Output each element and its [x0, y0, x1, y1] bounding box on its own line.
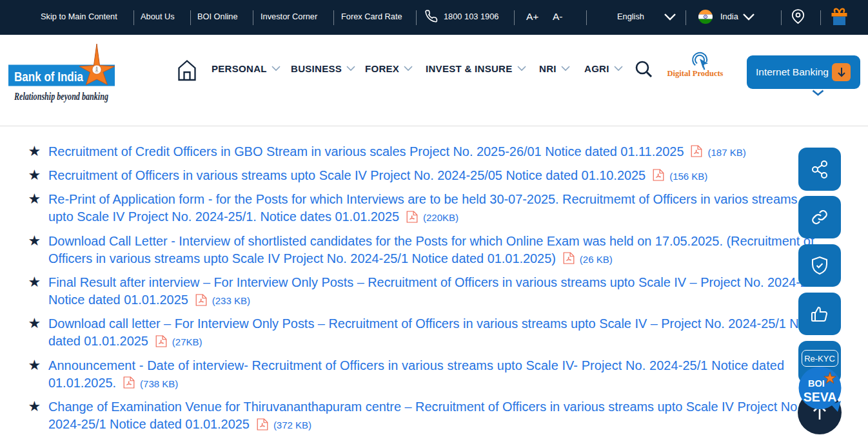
svg-text:BOI: BOI	[808, 378, 825, 389]
svg-text:SEVA: SEVA	[804, 390, 837, 404]
svg-text:Bank of India: Bank of India	[14, 69, 83, 84]
svg-text:Relationship beyond banking: Relationship beyond banking	[14, 90, 108, 102]
